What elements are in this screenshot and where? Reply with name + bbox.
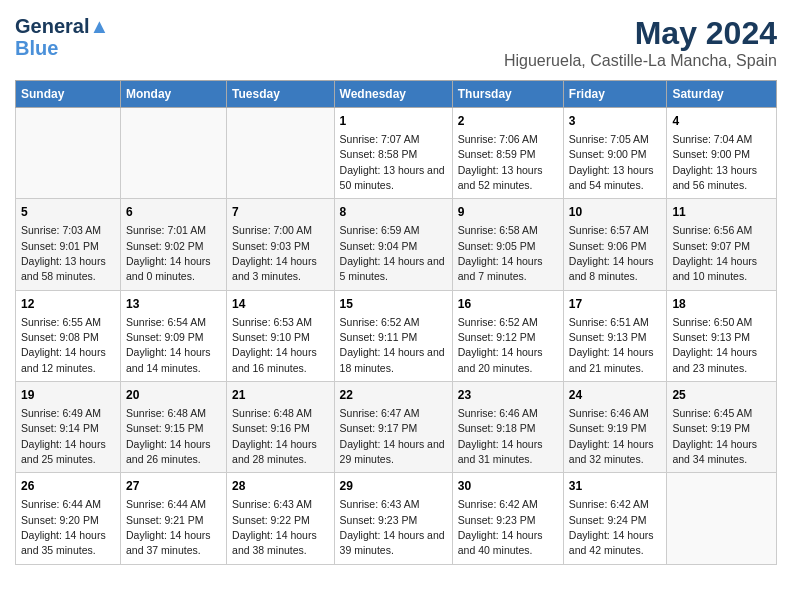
sunset-text: Sunset: 9:19 PM xyxy=(569,422,647,434)
sunrise-text: Sunrise: 6:51 AM xyxy=(569,316,649,328)
sunrise-text: Sunrise: 6:44 AM xyxy=(126,498,206,510)
day-number: 16 xyxy=(458,296,558,313)
sunset-text: Sunset: 9:00 PM xyxy=(569,148,647,160)
header-row: SundayMondayTuesdayWednesdayThursdayFrid… xyxy=(16,81,777,108)
daylight-text: Daylight: 14 hours and 39 minutes. xyxy=(340,529,445,556)
day-cell: 2 Sunrise: 7:06 AM Sunset: 8:59 PM Dayli… xyxy=(452,108,563,199)
day-cell xyxy=(16,108,121,199)
day-number: 6 xyxy=(126,204,221,221)
daylight-text: Daylight: 13 hours and 52 minutes. xyxy=(458,164,543,191)
sunrise-text: Sunrise: 6:48 AM xyxy=(126,407,206,419)
week-row-2: 12 Sunrise: 6:55 AM Sunset: 9:08 PM Dayl… xyxy=(16,290,777,381)
sunrise-text: Sunrise: 7:06 AM xyxy=(458,133,538,145)
sunrise-text: Sunrise: 6:53 AM xyxy=(232,316,312,328)
daylight-text: Daylight: 14 hours and 16 minutes. xyxy=(232,346,317,373)
day-number: 5 xyxy=(21,204,115,221)
day-number: 8 xyxy=(340,204,447,221)
daylight-text: Daylight: 14 hours and 40 minutes. xyxy=(458,529,543,556)
sunrise-text: Sunrise: 6:50 AM xyxy=(672,316,752,328)
sunrise-text: Sunrise: 6:52 AM xyxy=(340,316,420,328)
daylight-text: Daylight: 14 hours and 35 minutes. xyxy=(21,529,106,556)
sunset-text: Sunset: 9:14 PM xyxy=(21,422,99,434)
day-number: 14 xyxy=(232,296,329,313)
day-cell: 11 Sunrise: 6:56 AM Sunset: 9:07 PM Dayl… xyxy=(667,199,777,290)
sunrise-text: Sunrise: 6:56 AM xyxy=(672,224,752,236)
day-cell: 22 Sunrise: 6:47 AM Sunset: 9:17 PM Dayl… xyxy=(334,382,452,473)
day-number: 2 xyxy=(458,113,558,130)
daylight-text: Daylight: 13 hours and 56 minutes. xyxy=(672,164,757,191)
day-number: 12 xyxy=(21,296,115,313)
sunrise-text: Sunrise: 7:00 AM xyxy=(232,224,312,236)
day-cell: 14 Sunrise: 6:53 AM Sunset: 9:10 PM Dayl… xyxy=(227,290,335,381)
daylight-text: Daylight: 14 hours and 18 minutes. xyxy=(340,346,445,373)
sunset-text: Sunset: 9:19 PM xyxy=(672,422,750,434)
day-number: 23 xyxy=(458,387,558,404)
sunset-text: Sunset: 9:16 PM xyxy=(232,422,310,434)
sunrise-text: Sunrise: 6:59 AM xyxy=(340,224,420,236)
day-number: 30 xyxy=(458,478,558,495)
header-cell-wednesday: Wednesday xyxy=(334,81,452,108)
sunrise-text: Sunrise: 6:55 AM xyxy=(21,316,101,328)
sunset-text: Sunset: 9:00 PM xyxy=(672,148,750,160)
sunset-text: Sunset: 9:22 PM xyxy=(232,514,310,526)
sunset-text: Sunset: 9:24 PM xyxy=(569,514,647,526)
day-number: 7 xyxy=(232,204,329,221)
daylight-text: Daylight: 14 hours and 21 minutes. xyxy=(569,346,654,373)
day-cell: 16 Sunrise: 6:52 AM Sunset: 9:12 PM Dayl… xyxy=(452,290,563,381)
day-number: 20 xyxy=(126,387,221,404)
sunrise-text: Sunrise: 6:46 AM xyxy=(569,407,649,419)
sunset-text: Sunset: 9:09 PM xyxy=(126,331,204,343)
day-cell: 6 Sunrise: 7:01 AM Sunset: 9:02 PM Dayli… xyxy=(120,199,226,290)
sunrise-text: Sunrise: 6:54 AM xyxy=(126,316,206,328)
daylight-text: Daylight: 14 hours and 34 minutes. xyxy=(672,438,757,465)
daylight-text: Daylight: 14 hours and 25 minutes. xyxy=(21,438,106,465)
sunset-text: Sunset: 9:18 PM xyxy=(458,422,536,434)
sunset-text: Sunset: 9:23 PM xyxy=(340,514,418,526)
day-cell: 15 Sunrise: 6:52 AM Sunset: 9:11 PM Dayl… xyxy=(334,290,452,381)
day-cell: 10 Sunrise: 6:57 AM Sunset: 9:06 PM Dayl… xyxy=(563,199,667,290)
daylight-text: Daylight: 14 hours and 28 minutes. xyxy=(232,438,317,465)
day-cell: 30 Sunrise: 6:42 AM Sunset: 9:23 PM Dayl… xyxy=(452,473,563,564)
day-cell: 13 Sunrise: 6:54 AM Sunset: 9:09 PM Dayl… xyxy=(120,290,226,381)
sunset-text: Sunset: 9:06 PM xyxy=(569,240,647,252)
calendar-table: SundayMondayTuesdayWednesdayThursdayFrid… xyxy=(15,80,777,565)
page-header: General▲ Blue May 2024 Higueruela, Casti… xyxy=(15,15,777,70)
daylight-text: Daylight: 14 hours and 14 minutes. xyxy=(126,346,211,373)
day-number: 26 xyxy=(21,478,115,495)
day-number: 9 xyxy=(458,204,558,221)
title-block: May 2024 Higueruela, Castille-La Mancha,… xyxy=(504,15,777,70)
sunset-text: Sunset: 9:21 PM xyxy=(126,514,204,526)
day-number: 18 xyxy=(672,296,771,313)
header-cell-monday: Monday xyxy=(120,81,226,108)
day-number: 27 xyxy=(126,478,221,495)
sunrise-text: Sunrise: 6:48 AM xyxy=(232,407,312,419)
day-cell: 25 Sunrise: 6:45 AM Sunset: 9:19 PM Dayl… xyxy=(667,382,777,473)
day-cell: 5 Sunrise: 7:03 AM Sunset: 9:01 PM Dayli… xyxy=(16,199,121,290)
day-number: 4 xyxy=(672,113,771,130)
sunrise-text: Sunrise: 7:07 AM xyxy=(340,133,420,145)
day-cell: 28 Sunrise: 6:43 AM Sunset: 9:22 PM Dayl… xyxy=(227,473,335,564)
sunrise-text: Sunrise: 6:42 AM xyxy=(458,498,538,510)
sunrise-text: Sunrise: 7:04 AM xyxy=(672,133,752,145)
daylight-text: Daylight: 14 hours and 7 minutes. xyxy=(458,255,543,282)
day-cell: 4 Sunrise: 7:04 AM Sunset: 9:00 PM Dayli… xyxy=(667,108,777,199)
month-year-title: May 2024 xyxy=(504,15,777,52)
day-number: 10 xyxy=(569,204,662,221)
week-row-0: 1 Sunrise: 7:07 AM Sunset: 8:58 PM Dayli… xyxy=(16,108,777,199)
day-cell: 26 Sunrise: 6:44 AM Sunset: 9:20 PM Dayl… xyxy=(16,473,121,564)
day-cell xyxy=(667,473,777,564)
daylight-text: Daylight: 13 hours and 50 minutes. xyxy=(340,164,445,191)
sunset-text: Sunset: 9:10 PM xyxy=(232,331,310,343)
day-number: 11 xyxy=(672,204,771,221)
sunset-text: Sunset: 9:03 PM xyxy=(232,240,310,252)
header-cell-tuesday: Tuesday xyxy=(227,81,335,108)
day-cell: 12 Sunrise: 6:55 AM Sunset: 9:08 PM Dayl… xyxy=(16,290,121,381)
daylight-text: Daylight: 14 hours and 0 minutes. xyxy=(126,255,211,282)
sunset-text: Sunset: 9:11 PM xyxy=(340,331,418,343)
header-cell-saturday: Saturday xyxy=(667,81,777,108)
day-cell: 20 Sunrise: 6:48 AM Sunset: 9:15 PM Dayl… xyxy=(120,382,226,473)
logo: General▲ Blue xyxy=(15,15,109,59)
sunrise-text: Sunrise: 6:45 AM xyxy=(672,407,752,419)
daylight-text: Daylight: 13 hours and 58 minutes. xyxy=(21,255,106,282)
day-number: 29 xyxy=(340,478,447,495)
